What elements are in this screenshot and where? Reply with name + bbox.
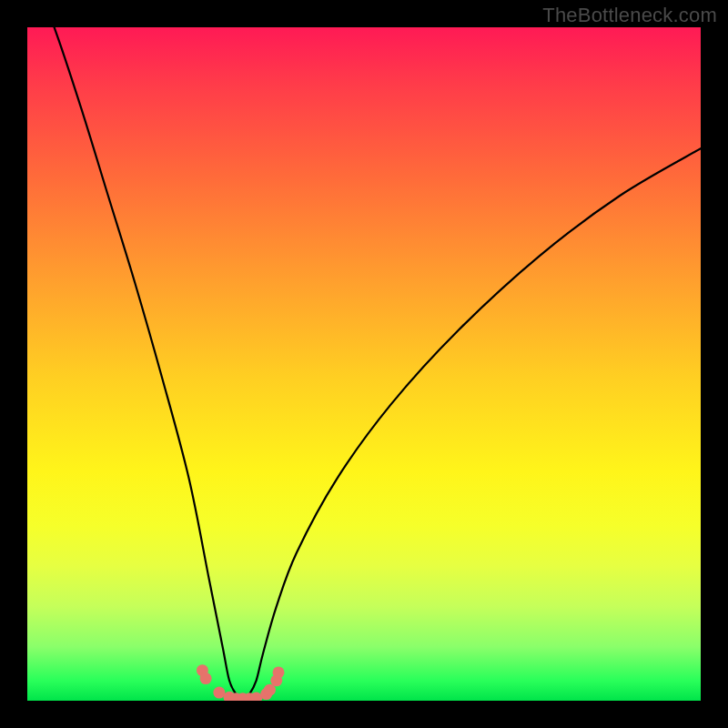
outer-frame: TheBottleneck.com <box>0 0 728 728</box>
bottom-dots <box>197 664 285 701</box>
marker-dot <box>273 666 285 678</box>
bottleneck-curve <box>27 27 701 701</box>
plot-area <box>27 27 701 701</box>
chart-svg <box>27 27 701 701</box>
marker-dot <box>200 672 212 684</box>
marker-dot <box>213 687 225 699</box>
watermark-text: TheBottleneck.com <box>542 4 717 27</box>
